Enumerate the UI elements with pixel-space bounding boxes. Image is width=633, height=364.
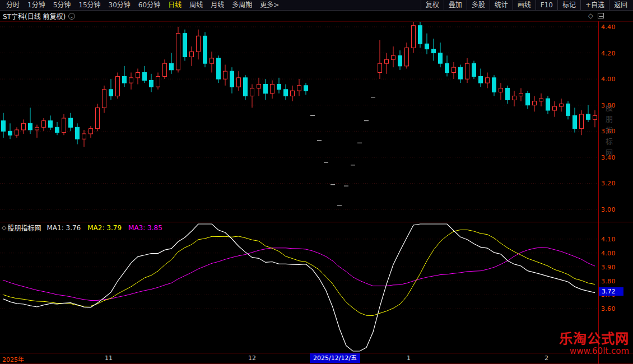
candle	[378, 63, 382, 72]
candle	[425, 44, 429, 49]
toolbar-action-button[interactable]: 标记	[557, 0, 580, 10]
toolbar-period-button[interactable]: 分时	[2, 0, 24, 10]
candle	[203, 36, 207, 63]
candle	[459, 67, 463, 79]
site-url: www.60lt.com	[559, 346, 629, 356]
frame-line-top	[0, 21, 633, 22]
candle	[452, 67, 456, 72]
candle	[546, 99, 550, 110]
candle	[539, 99, 543, 101]
toolbar-period-button[interactable]: 15分钟	[75, 0, 104, 10]
toolbar-period-button[interactable]: 周线	[185, 0, 207, 10]
price-tick-label: 3.00	[601, 206, 616, 213]
stock-switch-dropdown-icon[interactable]: ⌄	[68, 13, 75, 20]
candle	[466, 63, 469, 79]
date-label: 2025年	[2, 354, 24, 363]
candle	[197, 36, 201, 52]
toolbar-period-button[interactable]: 更多>	[256, 0, 283, 10]
toolbar: 分时1分钟5分钟15分钟30分钟60分钟日线周线月线多周期更多> 复权叠加多股统…	[0, 0, 633, 11]
frame-line-bottom	[0, 363, 633, 363]
diamond-icon[interactable]: ◇	[588, 12, 593, 20]
candle	[418, 26, 422, 44]
candle	[398, 55, 402, 66]
candle	[486, 78, 490, 83]
candle	[513, 96, 516, 100]
toolbar-period-button[interactable]: 月线	[207, 0, 228, 10]
toolbar-period-button[interactable]: 多周期	[228, 0, 256, 10]
candle	[277, 84, 281, 89]
candle	[479, 76, 483, 83]
price-tick-label: 3.60	[601, 305, 616, 312]
toolbar-action-button[interactable]: 多股	[467, 0, 490, 10]
candle	[76, 127, 80, 139]
candle	[587, 114, 590, 119]
indicator-header: ◇ 股朋指标网 MA1: 3.76MA2: 3.79MA3: 3.85	[2, 223, 169, 232]
indicator-svg	[0, 222, 598, 353]
toolbar-period-button[interactable]: 30分钟	[105, 0, 134, 10]
candle	[472, 63, 476, 76]
price-axis: 股朋指标网 3.72 4.404.204.003.803.603.403.203…	[599, 21, 633, 364]
candle	[533, 101, 537, 105]
toolbar-action-button[interactable]: F10	[536, 0, 557, 10]
candle	[49, 121, 53, 128]
candle	[29, 123, 32, 130]
candle	[136, 73, 140, 78]
candle	[492, 78, 496, 92]
candle	[22, 123, 26, 130]
selected-date-badge: 2025/12/12/五	[310, 353, 360, 363]
indicator-panel[interactable]: ◇ 股朋指标网 MA1: 3.76MA2: 3.79MA3: 3.85	[0, 222, 598, 353]
ma3-line	[3, 248, 595, 301]
toolbar-action-button[interactable]: 画线	[513, 0, 536, 10]
toolbar-action-button[interactable]: 叠加	[444, 0, 467, 10]
candle	[573, 115, 577, 128]
date-label: 11	[105, 354, 113, 362]
toolbar-period-button[interactable]: 60分钟	[134, 0, 164, 10]
indicator-name[interactable]: 股朋指标网	[7, 223, 41, 232]
candle	[297, 86, 301, 91]
price-tick-label: 3.80	[601, 278, 616, 285]
price-tick-label: 4.20	[601, 50, 616, 57]
toolbar-period-button[interactable]: 5分钟	[49, 0, 75, 10]
toolbar-action-button[interactable]: 复权	[421, 0, 444, 10]
candle	[553, 106, 557, 110]
toolbar-action-button[interactable]: 返回	[609, 0, 632, 10]
candle	[109, 90, 113, 96]
candle	[291, 91, 295, 96]
candle	[385, 59, 389, 63]
candle	[593, 115, 597, 119]
candle	[526, 94, 530, 105]
candle	[264, 84, 268, 93]
toolbar-action-button[interactable]: 统计	[490, 0, 513, 10]
candle	[55, 127, 59, 132]
panel-separator-line	[0, 222, 633, 222]
candle	[123, 76, 127, 83]
stock-title[interactable]: ST宁科(日线 前复权)	[3, 11, 66, 21]
candle	[176, 34, 180, 70]
ma2-line	[3, 230, 595, 315]
candle	[244, 78, 248, 96]
candle	[412, 26, 416, 48]
price-tick-label: 4.40	[601, 24, 616, 31]
toolbar-action-button[interactable]: +自选	[580, 0, 609, 10]
candle	[15, 130, 19, 135]
main-candlestick-chart[interactable]	[0, 21, 598, 222]
candle	[392, 55, 395, 59]
indicator-dropdown-icon[interactable]: ◇	[2, 224, 6, 231]
candle	[284, 90, 288, 96]
toolbar-period-button[interactable]: 日线	[164, 0, 185, 10]
candle	[8, 131, 12, 135]
candle	[237, 78, 241, 87]
candle	[506, 88, 510, 100]
date-label: 2	[544, 354, 548, 362]
candle	[35, 127, 39, 130]
candle	[432, 49, 436, 53]
date-axis: 2025/12/12/五 2025年111212	[0, 353, 598, 363]
candle	[42, 121, 46, 128]
candle	[519, 94, 523, 96]
toolbar-period-button[interactable]: 1分钟	[24, 0, 49, 10]
candle	[170, 63, 174, 70]
panel-layout-icon[interactable]	[598, 13, 604, 18]
candle	[82, 134, 86, 139]
candle	[156, 76, 160, 87]
date-label: 12	[248, 354, 256, 362]
